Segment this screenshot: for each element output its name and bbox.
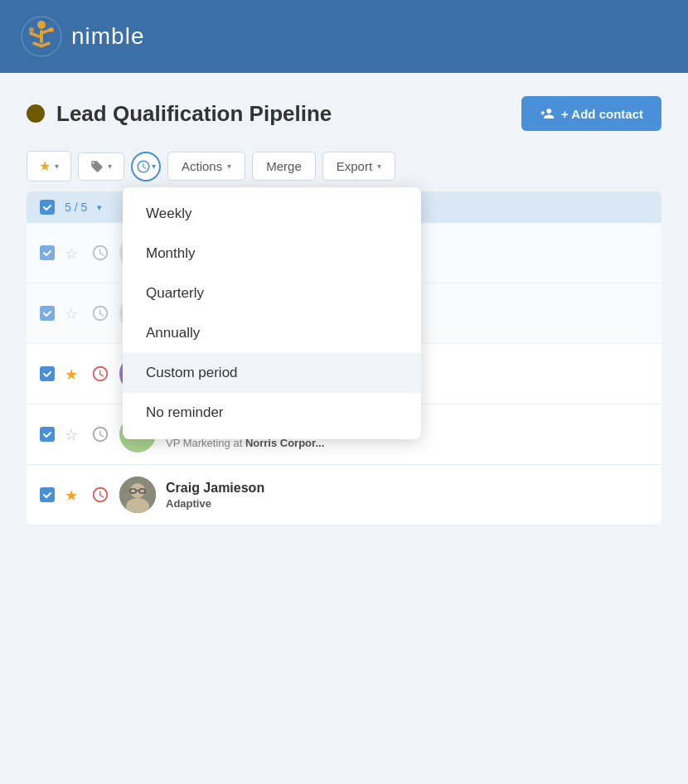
clock-button-3[interactable] xyxy=(91,365,109,383)
star-button-2[interactable]: ☆ xyxy=(65,305,81,322)
tag-filter-button[interactable]: ▾ xyxy=(78,152,124,181)
chevron-down-icon: ▾ xyxy=(152,162,156,171)
dropdown-item-quarterly[interactable]: Quarterly xyxy=(123,273,421,313)
person-add-icon xyxy=(540,106,555,121)
clock-icon xyxy=(136,159,151,174)
svg-point-7 xyxy=(29,27,34,32)
star-button-1[interactable]: ☆ xyxy=(65,244,81,261)
select-all-checkbox[interactable] xyxy=(40,200,55,215)
toolbar: ★ ▾ ▾ ▾ Actions ▾ Merge Export ▾ Weekly … xyxy=(0,144,688,191)
contact-info-5: Craig Jamieson Adaptive xyxy=(166,481,648,510)
clock-button-5[interactable] xyxy=(91,486,109,504)
page-title: Lead Qualification Pipeline xyxy=(56,101,332,127)
check-icon xyxy=(42,490,52,500)
star-icon: ★ xyxy=(39,158,51,174)
export-label: Export xyxy=(337,159,372,173)
clock-dropdown-menu: Weekly Monthly Quarterly Annually Custom… xyxy=(123,187,421,439)
dropdown-item-annually[interactable]: Annually xyxy=(123,313,421,353)
merge-button[interactable]: Merge xyxy=(252,152,316,181)
page-title-area: Lead Qualification Pipeline + Add contac… xyxy=(0,73,688,144)
page-title-left: Lead Qualification Pipeline xyxy=(27,101,332,127)
dropdown-item-monthly[interactable]: Monthly xyxy=(123,234,421,273)
contact-title-5: Adaptive xyxy=(166,497,648,510)
merge-label: Merge xyxy=(266,159,302,173)
select-count-label[interactable]: 5 / 5 xyxy=(65,201,87,214)
clock-button-4[interactable] xyxy=(91,425,109,443)
clock-filter-button[interactable]: ▾ xyxy=(131,152,161,181)
star-filter-button[interactable]: ★ ▾ xyxy=(27,151,71,181)
logo-text: nimble xyxy=(71,23,144,50)
chevron-down-icon: ▾ xyxy=(377,162,381,171)
star-button-5[interactable]: ★ xyxy=(65,486,81,503)
actions-label: Actions xyxy=(182,159,222,173)
check-icon xyxy=(42,429,52,439)
contact-checkbox-5[interactable] xyxy=(40,487,55,502)
header: nimble xyxy=(0,0,688,73)
select-chevron-icon[interactable]: ▾ xyxy=(97,202,102,213)
dropdown-item-no-reminder[interactable]: No reminder xyxy=(123,393,421,433)
contact-checkbox-2[interactable] xyxy=(40,306,55,321)
check-icon xyxy=(42,248,52,258)
star-button-4[interactable]: ☆ xyxy=(65,426,81,443)
avatar-5 xyxy=(119,477,156,513)
contact-name-5: Craig Jamieson xyxy=(166,481,648,496)
avatar-photo-5 xyxy=(119,477,156,513)
chevron-down-icon: ▾ xyxy=(55,162,59,171)
chevron-down-icon: ▾ xyxy=(108,162,112,171)
clock-button-2[interactable] xyxy=(91,304,109,322)
export-button[interactable]: Export ▾ xyxy=(322,152,395,181)
chevron-down-icon: ▾ xyxy=(227,162,231,171)
nimble-logo-icon xyxy=(20,15,63,58)
contact-row: ★ Craig Jamieson Adaptive xyxy=(27,465,661,525)
svg-point-8 xyxy=(49,27,54,32)
contact-checkbox-3[interactable] xyxy=(40,366,55,381)
star-button-3[interactable]: ★ xyxy=(65,365,81,382)
svg-rect-3 xyxy=(29,31,41,38)
contact-checkbox-1[interactable] xyxy=(40,245,55,260)
dropdown-item-custom-period[interactable]: Custom period xyxy=(123,353,421,393)
logo-area: nimble xyxy=(20,15,144,58)
dropdown-item-weekly[interactable]: Weekly xyxy=(123,194,421,234)
contact-checkbox-4[interactable] xyxy=(40,427,55,442)
pipeline-dot xyxy=(27,104,45,123)
check-icon xyxy=(42,202,52,212)
actions-button[interactable]: Actions ▾ xyxy=(167,152,245,181)
svg-point-1 xyxy=(37,21,46,29)
tag-icon xyxy=(90,160,104,173)
clock-button-1[interactable] xyxy=(91,244,109,262)
check-icon xyxy=(42,369,52,379)
check-icon xyxy=(42,308,52,318)
add-contact-button[interactable]: + Add contact xyxy=(521,96,661,131)
